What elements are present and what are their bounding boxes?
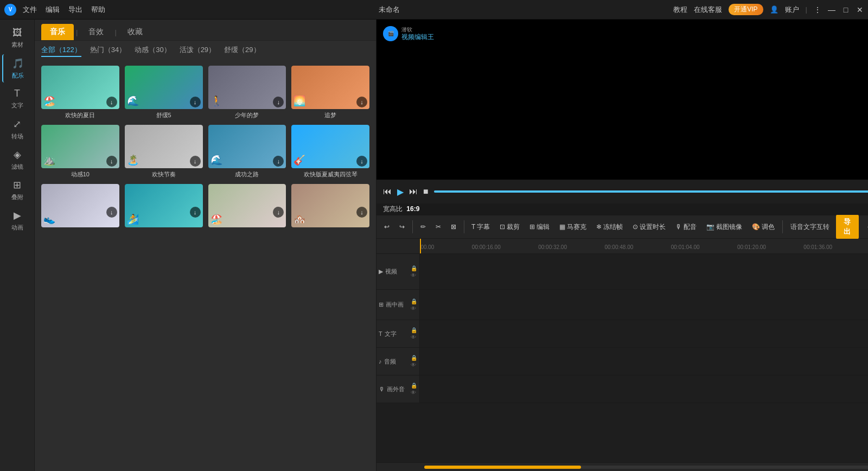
- text-eye-icon[interactable]: 👁: [411, 334, 417, 340]
- tab-favorites[interactable]: 收藏: [119, 24, 151, 40]
- color-tool-button[interactable]: 🎨 调色: [749, 220, 778, 234]
- sidebar-label-assets: 素材: [11, 41, 23, 49]
- video-track-label: ▶ 视频 🔒 👁: [376, 254, 420, 289]
- support-link[interactable]: 在线客服: [694, 5, 722, 15]
- tab-music[interactable]: 音乐: [41, 24, 74, 40]
- download-btn-9[interactable]: ↓: [106, 207, 117, 218]
- menu-file[interactable]: 文件: [23, 5, 37, 15]
- menu-edit[interactable]: 编辑: [46, 5, 60, 15]
- sidebar-item-transition[interactable]: ⤢ 转场: [2, 115, 33, 143]
- audio-lock-icon[interactable]: 🔒: [411, 355, 417, 361]
- export-button[interactable]: 导出: [836, 214, 859, 239]
- delete-button[interactable]: ⊠: [448, 221, 459, 233]
- timeline-area: 00:00:00.00 00:00:16.00 00:00:32.00 00:0…: [376, 239, 868, 471]
- watermark-logo: 🎬: [383, 26, 398, 41]
- download-btn-5[interactable]: ↓: [106, 156, 117, 167]
- filter-popular[interactable]: 热门（34）: [90, 45, 126, 57]
- more-options-button[interactable]: ⋮: [814, 6, 821, 14]
- sidebar-item-music[interactable]: 🎵 配乐: [2, 54, 33, 82]
- voiceover-track-content[interactable]: [420, 375, 868, 403]
- sidebar-item-assets[interactable]: 🖼 素材: [2, 24, 33, 52]
- duration-tool-button[interactable]: ⊙ 设置时长: [629, 220, 669, 234]
- pip-lock-icon[interactable]: 🔒: [411, 298, 417, 304]
- tab-sfx[interactable]: 音效: [80, 24, 112, 40]
- music-card-7[interactable]: 🌊 ↓ 成功之路: [208, 125, 286, 179]
- screenshot-icon: 📷: [706, 223, 714, 231]
- freeze-tool-button[interactable]: ❄ 冻结帧: [593, 220, 626, 234]
- voiceover-eye-icon[interactable]: 👁: [411, 390, 417, 396]
- prev-frame-button[interactable]: ⏮: [383, 187, 392, 196]
- audio-track-content[interactable]: [420, 348, 868, 375]
- music-card-12[interactable]: 🏘️ ↓: [291, 184, 369, 230]
- next-frame-button[interactable]: ⏭: [409, 187, 418, 196]
- play-button[interactable]: ▶: [397, 187, 404, 197]
- pip-track-content[interactable]: S 中 🎙 ⊞ 👕: [420, 290, 868, 320]
- filter-all[interactable]: 全部（122）: [41, 45, 81, 57]
- pen-button[interactable]: ✏: [417, 221, 429, 233]
- video-lock-icon[interactable]: 🔒: [411, 265, 417, 271]
- voiceover-lock-icon[interactable]: 🔒: [411, 383, 417, 389]
- toolbar: ↩ ↪ ✏ ✂ ⊠ T 字幕 ⊡ 裁剪: [376, 215, 868, 239]
- music-card-3[interactable]: 🚶 ↓ 少年的梦: [208, 66, 286, 119]
- watermark-text: 潜软 视频编辑王: [401, 26, 434, 42]
- video-track-content[interactable]: [420, 254, 868, 289]
- filter-dynamic[interactable]: 动感（30）: [135, 45, 170, 57]
- audio-eye-icon[interactable]: 👁: [411, 362, 417, 368]
- close-button[interactable]: ✕: [856, 6, 864, 14]
- panel-tabs: 音乐 | 音效 | 收藏: [35, 20, 376, 41]
- music-card-1[interactable]: 🏖️ ↓ 欢快的夏日: [41, 66, 119, 119]
- cut-button[interactable]: ✂: [432, 221, 444, 233]
- pip-eye-icon[interactable]: 👁: [411, 305, 417, 311]
- minimize-button[interactable]: —: [828, 6, 835, 14]
- music-card-6[interactable]: 🏝️ ↓ 欢快节奏: [125, 125, 203, 179]
- music-card-10[interactable]: 🏄 ↓: [125, 184, 203, 230]
- filter-calm[interactable]: 舒缓（29）: [224, 45, 260, 57]
- music-card-4[interactable]: 🌅 ↓ 追梦: [291, 66, 369, 119]
- sidebar-item-text[interactable]: T 文字: [2, 85, 33, 113]
- download-btn-6[interactable]: ↓: [190, 156, 201, 167]
- filter-lively[interactable]: 活泼（29）: [180, 45, 215, 57]
- pen-icon: ✏: [420, 223, 426, 231]
- text-tool-button[interactable]: T 字幕: [468, 220, 493, 234]
- download-btn-10[interactable]: ↓: [190, 207, 201, 218]
- menu-export[interactable]: 导出: [68, 5, 82, 15]
- horizontal-scrollbar[interactable]: [424, 466, 868, 469]
- music-card-9[interactable]: 👟 ↓: [41, 184, 119, 230]
- download-btn-4[interactable]: ↓: [356, 97, 367, 107]
- screenshot-tool-button[interactable]: 📷 截图镜像: [703, 220, 745, 234]
- stop-button[interactable]: ■: [423, 187, 429, 196]
- download-btn-2[interactable]: ↓: [190, 97, 201, 107]
- maximize-button[interactable]: □: [842, 6, 850, 14]
- redo-button[interactable]: ↪: [396, 221, 408, 233]
- sidebar-item-animation[interactable]: ▶ 动画: [2, 206, 33, 234]
- sidebar-item-filter[interactable]: ◈ 滤镜: [2, 145, 33, 174]
- text-track-content[interactable]: [420, 320, 868, 347]
- download-btn-12[interactable]: ↓: [356, 207, 367, 218]
- scrollbar-thumb[interactable]: [424, 466, 581, 469]
- mosaic-tool-button[interactable]: ▦ 马赛克: [556, 220, 590, 234]
- music-card-11[interactable]: 🏖️ ↓: [208, 184, 286, 230]
- download-btn-8[interactable]: ↓: [356, 156, 367, 167]
- music-grid: 🏖️ ↓ 欢快的夏日 🌊 ↓ 舒缓5 🚶 ↓ 少年的梦: [35, 61, 376, 471]
- aspect-ratio: 宽高比 16:9: [383, 205, 419, 214]
- text-track-label: T 文字 🔒 👁: [376, 320, 420, 347]
- scale-tool-button[interactable]: ⊞ 编辑: [526, 220, 553, 234]
- zoom-out-icon[interactable]: －: [865, 221, 868, 233]
- account-link[interactable]: 账户: [785, 5, 799, 15]
- tutorial-link[interactable]: 教程: [673, 5, 687, 15]
- text-lock-icon[interactable]: 🔒: [411, 327, 417, 333]
- speech-tool-button[interactable]: 语音文字互转: [787, 220, 833, 234]
- download-btn-1[interactable]: ↓: [106, 97, 117, 107]
- menu-help[interactable]: 帮助: [91, 5, 105, 15]
- undo-button[interactable]: ↩: [381, 221, 393, 233]
- video-eye-icon[interactable]: 👁: [411, 272, 417, 278]
- music-card-2[interactable]: 🌊 ↓ 舒缓5: [125, 66, 203, 119]
- crop-tool-button[interactable]: ⊡ 裁剪: [496, 220, 523, 234]
- music-card-5[interactable]: ⛰️ ↓ 动感10: [41, 125, 119, 179]
- dub-tool-button[interactable]: 🎙 配音: [672, 220, 700, 234]
- music-title-8: 欢快版夏威夷四弦琴: [291, 170, 369, 179]
- music-card-8[interactable]: 🎸 ↓ 欢快版夏威夷四弦琴: [291, 125, 369, 179]
- sidebar-item-overlay[interactable]: ⊞ 叠附: [2, 176, 33, 204]
- vip-button[interactable]: 开通VIP: [729, 4, 763, 15]
- seek-bar[interactable]: [434, 190, 868, 193]
